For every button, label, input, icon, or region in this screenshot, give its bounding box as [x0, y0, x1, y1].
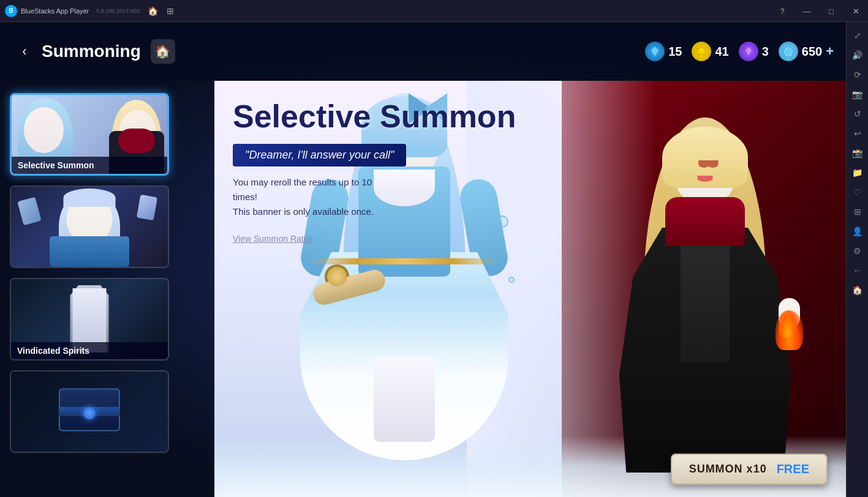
blue-crystal-icon — [645, 42, 665, 61]
sidebar-expand-icon[interactable]: ⤢ — [849, 27, 866, 44]
view-summon-rates-link[interactable]: View Summon Rates — [233, 234, 312, 244]
home-nav-icon[interactable]: 🏠 — [148, 6, 159, 17]
sidebar-back-icon[interactable]: ↩ — [849, 125, 866, 142]
banner-main-title: Selective Summon — [233, 99, 516, 134]
purple-crystal-value: 3 — [762, 45, 769, 59]
sidebar-home-icon[interactable]: 🏠 — [849, 282, 866, 299]
svg-marker-3 — [745, 47, 752, 56]
page-title: Summoning — [42, 42, 141, 61]
banner-card-selective-summon[interactable]: Selective Summon — [10, 93, 169, 176]
sidebar-camera-icon[interactable]: 📸 — [849, 144, 866, 162]
currency-bar: 15 41 3 — [645, 42, 834, 61]
titlebar: B BlueStacks App Player 5.8.100.1013 N32… — [0, 0, 868, 22]
banner-card-fourth[interactable] — [10, 370, 169, 453]
back-button[interactable]: ‹ — [12, 39, 37, 64]
gold-crystal-item: 41 — [692, 42, 728, 61]
sidebar-favorite-icon[interactable]: ♡ — [849, 184, 866, 201]
fourth-banner-artwork — [11, 372, 168, 452]
blue-crystal-item: 15 — [645, 42, 682, 61]
diamond-value: 650 — [802, 45, 822, 59]
sidebar-volume-icon[interactable]: 🔊 — [849, 47, 866, 64]
summon-button-area: SUMMON x10 FREE — [671, 454, 828, 485]
sidebar-refresh-icon[interactable]: ↺ — [849, 105, 866, 122]
maximize-button[interactable]: □ — [819, 0, 843, 22]
bluestacks-sidebar: ⤢ 🔊 ⟳ 📷 ↺ ↩ 📸 📁 ♡ ⊞ 👤 ⚙ ← 🏠 — [846, 22, 868, 497]
multi-instance-icon[interactable]: ⊞ — [165, 6, 176, 17]
game-area: ‹ Summoning 🏠 15 41 — [0, 22, 846, 497]
banner-subtitle: "Dreamer, I'll answer your call" — [233, 144, 406, 166]
sidebar-layers-icon[interactable]: ⊞ — [849, 203, 866, 220]
char-banner-artwork — [11, 187, 168, 267]
game-header: ‹ Summoning 🏠 15 41 — [0, 22, 846, 81]
gold-crystal-icon — [692, 42, 711, 61]
banner-description: You may reroll the results up to 10 time… — [233, 175, 466, 219]
help-button[interactable]: ? — [770, 0, 794, 22]
window-controls: ? — □ ✕ — [770, 0, 868, 22]
app-name: BlueStacks App Player — [21, 7, 89, 15]
gold-crystal-value: 41 — [715, 45, 728, 59]
purple-crystal-item: 3 — [739, 42, 769, 61]
banner-list-panel: Selective Summon — [0, 81, 214, 497]
diamond-item: 650 + — [779, 42, 834, 61]
banner-card-char[interactable] — [10, 185, 169, 268]
minimize-button[interactable]: — — [794, 0, 819, 22]
sidebar-arrow-left-icon[interactable]: ← — [849, 262, 866, 279]
char-right-figure — [601, 118, 809, 473]
sidebar-user-icon[interactable]: 👤 — [849, 223, 866, 240]
banner-card-vindicated-spirits[interactable]: Vindicated Spirits — [10, 278, 169, 361]
banner-detail-panel: Selective Summon "Dreamer, I'll answer y… — [214, 81, 846, 497]
sidebar-settings-icon[interactable]: ⚙ — [849, 242, 866, 260]
diamond-icon — [779, 42, 798, 61]
summon-cost-label: FREE — [777, 462, 809, 476]
summon-x10-button[interactable]: SUMMON x10 FREE — [671, 454, 828, 485]
sidebar-folder-icon[interactable]: 📁 — [849, 164, 866, 181]
purple-crystal-icon — [739, 42, 758, 61]
bluestacks-logo: B — [5, 5, 17, 17]
sidebar-screenshot-icon[interactable]: 📷 — [849, 86, 866, 103]
svg-marker-2 — [696, 47, 706, 55]
banner-label-vindicated-spirits: Vindicated Spirits — [11, 342, 168, 359]
header-home-button[interactable]: 🏠 — [151, 39, 175, 64]
close-button[interactable]: ✕ — [843, 0, 868, 22]
banner-label-selective-summon: Selective Summon — [12, 157, 167, 174]
sidebar-rotate-icon[interactable]: ⟳ — [849, 66, 866, 83]
banner-text-overlay: Selective Summon "Dreamer, I'll answer y… — [233, 99, 516, 244]
add-currency-button[interactable]: + — [826, 43, 834, 59]
summon-label: SUMMON x10 — [689, 463, 767, 476]
app-version: 5.8.100.1013 N32 — [96, 8, 140, 14]
blue-crystal-value: 15 — [668, 45, 682, 59]
